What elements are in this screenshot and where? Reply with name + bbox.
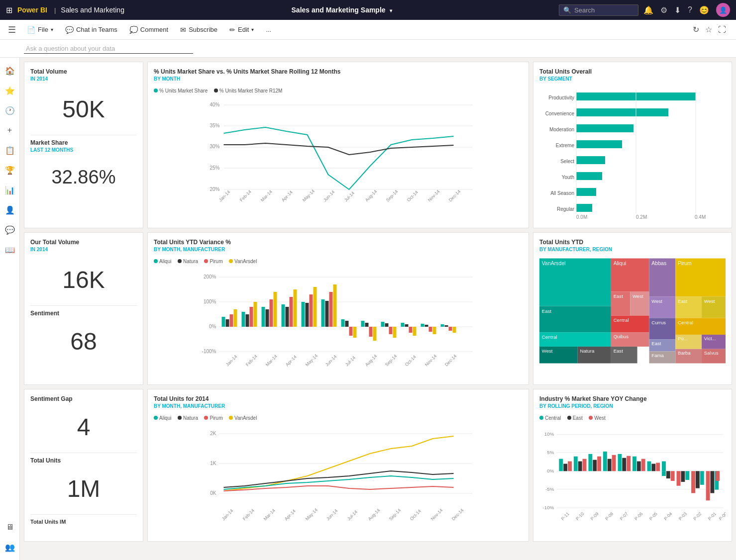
more-button[interactable]: ... (261, 24, 276, 35)
sidebar-item-browse[interactable]: 📋 (1, 141, 19, 159)
chat-button[interactable]: 💬 Chat in Teams (60, 24, 122, 36)
sidebar-item-learn[interactable]: 📖 (1, 241, 19, 259)
download-icon[interactable]: ⬇ (674, 5, 681, 15)
comment-button[interactable]: 💭 Comment (124, 24, 173, 36)
svg-rect-199 (608, 459, 612, 471)
search-box[interactable]: 🔍 (559, 4, 638, 16)
bookmark-icon[interactable]: ☆ (703, 23, 714, 36)
svg-text:Apr-14: Apr-14 (284, 508, 297, 521)
svg-rect-202 (622, 458, 626, 471)
app-grid-icon[interactable]: ⊞ (6, 5, 12, 15)
teams-icon: 💬 (65, 26, 74, 34)
svg-text:Jul-14: Jul-14 (346, 509, 358, 521)
svg-rect-35 (576, 188, 596, 196)
svg-text:Oct-14: Oct-14 (409, 508, 422, 521)
main-layout: 🏠 ⭐ 🕐 + 📋 🏆 📊 👤 💬 📖 🖥 👥 Total Volume IN … (0, 58, 736, 560)
toolbar: ☰ 📄 File ▾ 💬 Chat in Teams 💭 Comment ✉ S… (0, 20, 736, 40)
sidebar-item-people[interactable]: 👤 (1, 201, 19, 219)
card-ytd-treemap: Total Units YTD BY MANUFACTURER, REGION … (533, 232, 732, 385)
sidebar-item-chat[interactable]: 💬 (1, 221, 19, 239)
report-title: Sales and Marketing Sample ▾ (129, 6, 554, 14)
svg-text:Sep-14: Sep-14 (388, 508, 402, 522)
svg-rect-84 (381, 322, 385, 327)
legend-aliqui: Aliqui (154, 259, 171, 264)
sidebar-item-favorites[interactable]: ⭐ (1, 82, 19, 99)
svg-rect-87 (393, 327, 397, 338)
svg-rect-206 (641, 459, 645, 471)
comment-icon: 💭 (129, 26, 138, 34)
sidebar-item-monitor[interactable]: 🖥 (1, 518, 19, 536)
svg-text:Sep-14: Sep-14 (384, 354, 398, 368)
svg-text:P-08: P-08 (604, 511, 614, 521)
svg-rect-72 (321, 299, 325, 327)
refresh-icon[interactable]: ↻ (691, 23, 701, 36)
total-units-title: Total Units (30, 457, 137, 464)
user-avatar[interactable]: 👤 (716, 3, 730, 17)
edit-button[interactable]: ✏ Edit ▾ (224, 24, 259, 36)
sidebar-item-home[interactable]: 🏠 (1, 62, 19, 80)
subscribe-button[interactable]: ✉ Subscribe (175, 24, 222, 36)
svg-text:Feb-14: Feb-14 (239, 189, 252, 202)
svg-text:Barba: Barba (678, 350, 691, 356)
search-input[interactable] (574, 6, 634, 14)
chevron-down-icon[interactable]: ▾ (390, 8, 392, 13)
total-2014-subtitle: BY MONTH, MANUFACTURER (154, 403, 523, 409)
notifications-icon[interactable]: 🔔 (643, 5, 653, 15)
svg-text:Quibus: Quibus (614, 334, 629, 339)
svg-text:Dec-14: Dec-14 (444, 354, 458, 368)
svg-rect-191 (568, 462, 572, 471)
svg-rect-189 (559, 459, 563, 471)
svg-text:Abbas: Abbas (651, 260, 666, 266)
svg-text:Nov-14: Nov-14 (427, 189, 441, 203)
total-units-bar-svg: Productivity Convenience Moderation Extr… (539, 86, 726, 220)
card-total-volume: Total Volume IN 2014 50K Market Share LA… (24, 62, 143, 228)
ytd-variance-subtitle: BY MONTH, MANUFACTURER (154, 247, 523, 252)
industry-subtitle: BY ROLLING PERIOD, REGION (539, 403, 726, 409)
svg-rect-93 (425, 325, 428, 327)
sidebar-item-goals[interactable]: 🏆 (1, 161, 19, 179)
svg-rect-208 (651, 464, 655, 471)
svg-text:Nov-14: Nov-14 (424, 354, 438, 368)
section-title[interactable]: Sales and Marketing (61, 6, 124, 14)
emoji-icon[interactable]: 😊 (699, 5, 709, 15)
sidebar-item-workspace[interactable]: 👥 (1, 538, 19, 556)
sidebar-item-recents[interactable]: 🕐 (1, 101, 19, 119)
svg-text:40%: 40% (210, 102, 220, 107)
fullscreen-icon[interactable]: ⛶ (716, 23, 728, 36)
svg-rect-198 (603, 452, 607, 471)
file-button[interactable]: 📄 File ▾ (22, 24, 58, 36)
settings-icon[interactable]: ⚙ (660, 5, 667, 15)
help-icon[interactable]: ? (688, 5, 692, 14)
line-chart-subtitle: BY MONTH (154, 76, 523, 82)
file-icon: 📄 (27, 26, 35, 34)
svg-text:Jul-14: Jul-14 (343, 190, 355, 202)
svg-text:East: East (614, 293, 624, 299)
sentiment-value: 68 (30, 318, 137, 365)
sidebar-item-create[interactable]: + (1, 121, 19, 139)
svg-text:West: West (704, 298, 715, 304)
svg-rect-210 (662, 462, 666, 471)
svg-rect-214 (677, 471, 681, 486)
svg-text:VanArsdel: VanArsdel (542, 260, 566, 266)
svg-rect-57 (246, 314, 249, 327)
svg-text:Currus: Currus (651, 320, 666, 325)
svg-text:100%: 100% (204, 299, 216, 304)
menu-icon[interactable]: ☰ (4, 22, 20, 37)
svg-rect-37 (576, 204, 592, 212)
sidebar-item-reports[interactable]: 📊 (1, 181, 19, 199)
svg-text:Jun-14: Jun-14 (325, 508, 339, 522)
edit-chevron-icon: ▾ (251, 27, 254, 32)
svg-text:Fama: Fama (651, 353, 664, 358)
qa-input[interactable] (24, 44, 193, 54)
svg-text:0K: 0K (210, 490, 216, 496)
svg-rect-85 (385, 323, 389, 327)
svg-rect-219 (700, 471, 704, 485)
svg-text:Youth: Youth (562, 175, 574, 180)
svg-rect-60 (262, 307, 265, 327)
svg-rect-218 (696, 471, 700, 488)
svg-text:P-01: P-01 (707, 511, 717, 521)
svg-rect-25 (576, 108, 668, 116)
svg-text:P-00: P-00 (718, 511, 726, 521)
total-units-value: 1M (30, 465, 137, 512)
total-units-im-title: Total Units IM (30, 519, 137, 525)
